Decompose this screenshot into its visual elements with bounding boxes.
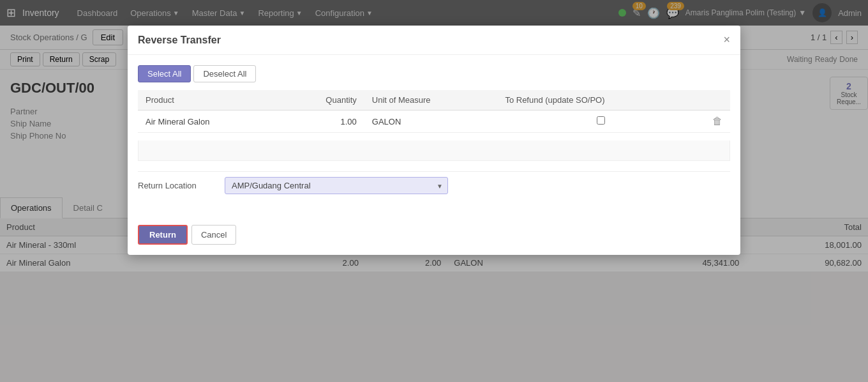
modal-close-button[interactable]: × xyxy=(723,33,730,47)
reverse-transfer-modal: Reverse Transfer × Select All Deselect A… xyxy=(128,26,740,255)
delete-row-button[interactable]: 🗑 xyxy=(712,116,722,127)
modal-cancel-button[interactable]: Cancel xyxy=(191,225,236,245)
modal-col-quantity: Quantity xyxy=(281,90,364,111)
modal-col-uom: Unit of Measure xyxy=(364,90,498,111)
modal-title: Reverse Transfer xyxy=(138,34,221,46)
modal-row-quantity: 1.00 xyxy=(281,111,364,133)
modal-empty-row xyxy=(138,141,730,161)
modal-table-row: Air Mineral Galon 1.00 GALON 🗑 xyxy=(138,111,730,133)
modal-row-product: Air Mineral Galon xyxy=(138,111,281,133)
modal-col-delete xyxy=(705,90,730,111)
refund-checkbox[interactable] xyxy=(597,116,605,125)
modal-col-refund: To Refund (update SO/PO) xyxy=(497,90,705,111)
modal-overlay: Reverse Transfer × Select All Deselect A… xyxy=(0,0,868,272)
modal-footer: Return Cancel xyxy=(128,220,740,255)
select-all-row: Select All Deselect All xyxy=(138,65,730,82)
return-location-row: Return Location AMP/Gudang Central xyxy=(138,171,730,199)
deselect-all-button[interactable]: Deselect All xyxy=(193,65,256,82)
return-location-select-wrapper[interactable]: AMP/Gudang Central xyxy=(225,177,448,194)
select-all-button[interactable]: Select All xyxy=(138,65,191,82)
modal-table: Product Quantity Unit of Measure To Refu… xyxy=(138,90,730,133)
modal-body: Select All Deselect All Product Quantity… xyxy=(128,55,740,220)
modal-col-product: Product xyxy=(138,90,281,111)
modal-header: Reverse Transfer × xyxy=(128,26,740,55)
modal-row-uom: GALON xyxy=(364,111,498,133)
return-location-label: Return Location xyxy=(138,181,214,190)
return-location-select[interactable]: AMP/Gudang Central xyxy=(225,177,448,194)
modal-row-delete[interactable]: 🗑 xyxy=(705,111,730,133)
modal-return-button[interactable]: Return xyxy=(138,225,188,245)
modal-row-refund[interactable] xyxy=(497,111,705,133)
